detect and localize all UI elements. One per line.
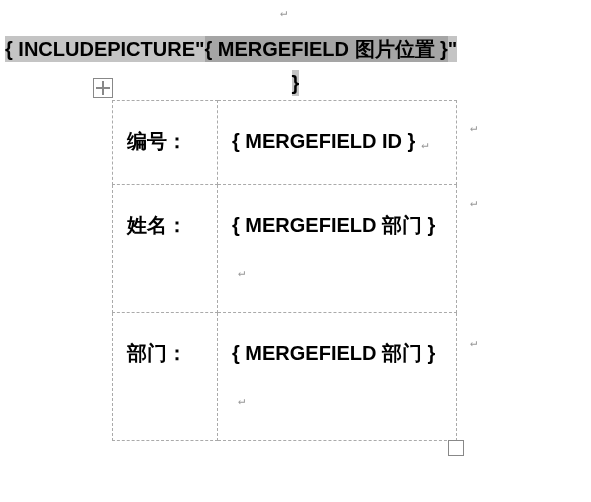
include-picture-field: { INCLUDEPICTURE"{ MERGEFIELD 图片位置 }" bbox=[5, 35, 586, 63]
field-outer-prefix: { INCLUDEPICTURE" bbox=[5, 36, 205, 62]
include-picture-field-close: } bbox=[0, 72, 591, 95]
table-resize-handle-icon[interactable] bbox=[448, 440, 464, 456]
field-inner-mergefield: { MERGEFIELD 图片位置 } bbox=[205, 36, 448, 62]
cell-label-id[interactable]: 编号： bbox=[113, 101, 218, 185]
cell-value-name[interactable]: { MERGEFIELD 部门 }↵ bbox=[218, 185, 457, 313]
paragraph-mark: ↵ bbox=[470, 195, 477, 209]
paragraph-mark: ↵ bbox=[280, 5, 287, 19]
merge-fields-table: 编号： { MERGEFIELD ID }↵ 姓名： { MERGEFIELD … bbox=[112, 100, 457, 441]
cell-label-name[interactable]: 姓名： bbox=[113, 185, 218, 313]
field-outer-suffix-1: " bbox=[448, 36, 457, 62]
table-row: 编号： { MERGEFIELD ID }↵ bbox=[113, 101, 457, 185]
cell-value-id[interactable]: { MERGEFIELD ID }↵ bbox=[218, 101, 457, 185]
table-row: 部门： { MERGEFIELD 部门 }↵ bbox=[113, 313, 457, 441]
table-row: 姓名： { MERGEFIELD 部门 }↵ bbox=[113, 185, 457, 313]
paragraph-mark: ↵ bbox=[470, 120, 477, 134]
table-anchor-icon[interactable] bbox=[93, 78, 113, 98]
cell-value-dept[interactable]: { MERGEFIELD 部门 }↵ bbox=[218, 313, 457, 441]
cell-label-dept[interactable]: 部门： bbox=[113, 313, 218, 441]
paragraph-mark: ↵ bbox=[470, 335, 477, 349]
field-outer-suffix-2: } bbox=[292, 70, 300, 96]
